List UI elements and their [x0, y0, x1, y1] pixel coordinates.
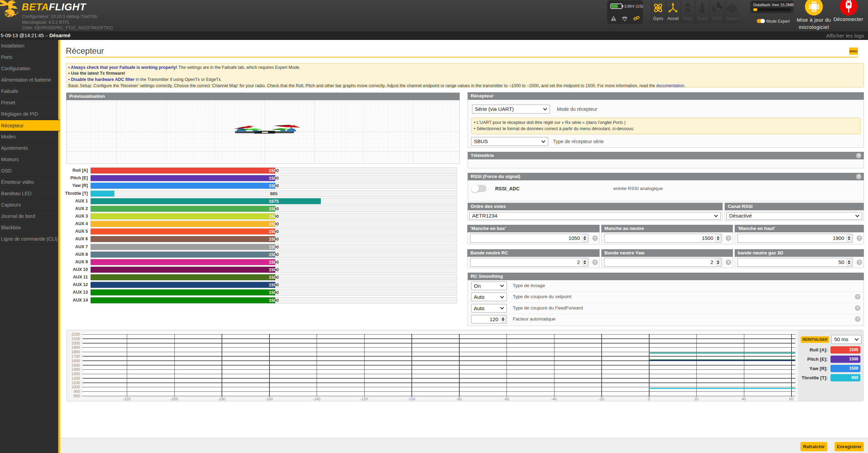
- svg-text:N: N: [685, 6, 690, 14]
